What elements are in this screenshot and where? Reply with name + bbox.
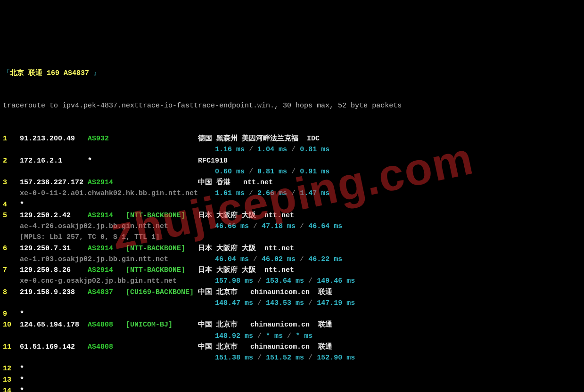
hop-ip: 124.65.194.178 bbox=[20, 319, 88, 330]
hop-row-timeout: 12* bbox=[3, 363, 581, 374]
hop-rtt-2: 46.02 ms bbox=[262, 255, 296, 263]
hop-rtt-2: 1.04 ms bbox=[257, 146, 287, 154]
hop-rtt-3: 0.91 ms bbox=[300, 168, 329, 176]
hop-rtt-1: 46.66 ms bbox=[215, 222, 249, 230]
hop-row-timeout: 4* bbox=[3, 199, 581, 210]
hop-rtt-3: 147.19 ms bbox=[317, 299, 355, 307]
hop-ip: 129.250.8.26 bbox=[20, 265, 88, 276]
header-bracket-left: 『 bbox=[3, 69, 10, 77]
hop-rdns: xe-0.cnc-g.osakjp02.jp.bb.gin.ntt.net bbox=[20, 276, 215, 286]
hop-detail-row: ae-1.r03.osakjp02.jp.bb.gin.ntt.net46.04… bbox=[3, 254, 581, 265]
hop-detail-row: xe-0-0-11-2.a01.chwahk02.hk.bb.gin.ntt.n… bbox=[3, 188, 581, 199]
hop-asn: AS2914 bbox=[88, 243, 126, 254]
hop-ip: 157.238.227.172 bbox=[20, 177, 88, 188]
rtt-sep: / bbox=[253, 277, 266, 285]
hop-ip: 129.250.7.31 bbox=[20, 243, 88, 254]
header-line: 『北京 联通 169 AS4837 』 bbox=[3, 68, 581, 79]
hop-location: 中国 香港 ntt.net bbox=[198, 179, 273, 187]
hop-location: 中国 北京市 chinaunicom.cn 联通 bbox=[198, 321, 332, 329]
hop-rtt-3: 152.90 ms bbox=[317, 354, 355, 362]
hop-rtt-2: 153.64 ms bbox=[266, 277, 304, 285]
rtt-sep: / bbox=[296, 222, 308, 230]
hop-detail-row: 148.47 ms / 143.53 ms / 147.19 ms bbox=[3, 298, 581, 309]
hop-number: 12 bbox=[3, 363, 20, 374]
hop-rtt-3: 46.22 ms bbox=[308, 255, 342, 263]
hop-location: 日本 大阪府 大阪 ntt.net bbox=[198, 245, 294, 253]
hop-ip: 61.51.169.142 bbox=[20, 342, 88, 352]
hop-timeout-star: * bbox=[20, 387, 24, 392]
hop-number: 7 bbox=[3, 265, 20, 276]
hop-asn: AS4808 bbox=[88, 319, 126, 330]
hop-mpls-row: [MPLS: Lbl 257, TC 0, S 1, TTL 1] bbox=[3, 232, 581, 243]
rtt-sep: / bbox=[287, 146, 300, 154]
hop-number: 9 bbox=[3, 309, 20, 319]
hop-asn: AS4837 bbox=[88, 287, 126, 298]
rtt-sep: / bbox=[253, 299, 266, 307]
rtt-sep: / bbox=[287, 189, 300, 197]
rtt-sep: / bbox=[249, 255, 262, 263]
hop-detail-row: 148.92 ms / * ms / * ms bbox=[3, 331, 581, 342]
rtt-sep: / bbox=[245, 168, 257, 176]
hop-rdns: ae-1.r03.osakjp02.jp.bb.gin.ntt.net bbox=[20, 254, 215, 265]
hop-location: RFC1918 bbox=[198, 157, 228, 165]
hop-asn: AS4808 bbox=[88, 342, 126, 352]
hop-rtt-2: 151.52 ms bbox=[266, 354, 304, 362]
hop-asn: * bbox=[88, 155, 126, 166]
hop-asn: AS2914 bbox=[88, 210, 126, 221]
rtt-sep: / bbox=[253, 354, 266, 362]
hop-ip: 172.16.2.1 bbox=[20, 155, 88, 166]
hop-row: 3157.238.227.172AS2914中国 香港 ntt.net bbox=[3, 177, 581, 188]
rtt-sep: / bbox=[245, 146, 257, 154]
hop-rtt-3: * ms bbox=[296, 332, 313, 340]
hop-asn: AS2914 bbox=[88, 265, 126, 276]
hop-row-timeout: 9* bbox=[3, 309, 581, 319]
hop-number: 4 bbox=[3, 199, 20, 210]
hop-row: 2172.16.2.1*RFC1918 bbox=[3, 155, 581, 166]
hop-rtt-3: 1.47 ms bbox=[300, 189, 329, 197]
hop-asn: AS932 bbox=[88, 133, 126, 144]
hop-row: 5129.250.2.42AS2914[NTT-BACKBONE]日本 大阪府 … bbox=[3, 210, 581, 221]
header-label: 北京 联通 bbox=[10, 69, 47, 77]
hop-number: 11 bbox=[3, 342, 20, 352]
hop-rtt-1: 157.98 ms bbox=[215, 277, 253, 285]
hop-row: 1161.51.169.142AS4808中国 北京市 chinaunicom.… bbox=[3, 342, 581, 352]
hop-timeout-star: * bbox=[20, 376, 24, 384]
rtt-sep: / bbox=[253, 332, 266, 340]
hop-rtt-2: 47.18 ms bbox=[262, 222, 296, 230]
hop-rtt-1: 1.61 ms bbox=[215, 189, 245, 197]
hop-rdns: xe-0-0-11-2.a01.chwahk02.hk.bb.gin.ntt.n… bbox=[20, 188, 215, 199]
header-code: 169 bbox=[47, 69, 64, 77]
hop-rtt-1: 148.92 ms bbox=[215, 332, 253, 340]
hop-location: 日本 大阪府 大阪 ntt.net bbox=[198, 266, 294, 274]
rtt-sep: / bbox=[245, 189, 257, 197]
hop-org: [NTT-BACKBONE] bbox=[126, 243, 198, 254]
hop-rtt-3: 149.46 ms bbox=[317, 277, 355, 285]
rtt-sep: / bbox=[283, 332, 296, 340]
hop-row-timeout: 14* bbox=[3, 385, 581, 392]
hop-mpls: [MPLS: Lbl 257, TC 0, S 1, TTL 1] bbox=[20, 233, 160, 241]
hop-location: 日本 大阪府 大阪 ntt.net bbox=[198, 212, 294, 220]
rtt-sep: / bbox=[304, 354, 317, 362]
hop-location: 德国 黑森州 美因河畔法兰克福 IDC bbox=[198, 135, 320, 143]
hop-number: 8 bbox=[3, 287, 20, 298]
hop-location: 中国 北京市 chinaunicom.cn 联通 bbox=[198, 288, 332, 296]
hop-detail-row: 1.16 ms / 1.04 ms / 0.81 ms bbox=[3, 144, 581, 155]
hop-rtt-3: 0.81 ms bbox=[300, 146, 329, 154]
hop-org: [NTT-BACKBONE] bbox=[126, 265, 198, 276]
hop-asn: AS2914 bbox=[88, 177, 126, 188]
rtt-sep: / bbox=[304, 277, 317, 285]
hop-rtt-2: 0.81 ms bbox=[257, 168, 287, 176]
hop-number: 10 bbox=[3, 319, 20, 330]
hop-number: 1 bbox=[3, 133, 20, 144]
rtt-sep: / bbox=[249, 222, 262, 230]
hop-detail-row: 151.38 ms / 151.52 ms / 152.90 ms bbox=[3, 352, 581, 363]
hop-ip: 219.158.9.238 bbox=[20, 287, 88, 298]
header-asn: AS4837 bbox=[64, 69, 89, 77]
hop-number: 6 bbox=[3, 243, 20, 254]
hop-row: 6129.250.7.31AS2914[NTT-BACKBONE]日本 大阪府 … bbox=[3, 243, 581, 254]
hop-rtt-1: 151.38 ms bbox=[215, 354, 253, 362]
hop-row-timeout: 13* bbox=[3, 375, 581, 385]
hop-timeout-star: * bbox=[20, 201, 24, 209]
hop-timeout-star: * bbox=[20, 310, 24, 318]
hop-timeout-star: * bbox=[20, 365, 24, 373]
